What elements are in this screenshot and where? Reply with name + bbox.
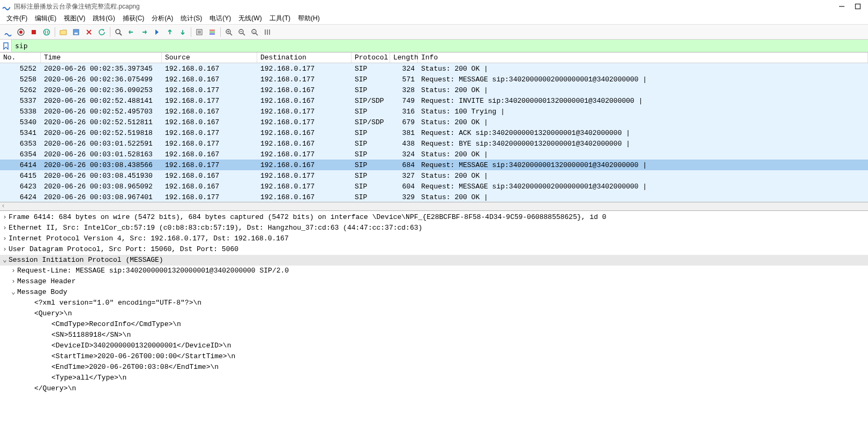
tree-xml-line[interactable]: <Type>all</Type>\n <box>0 373 868 383</box>
tree-frame[interactable]: ›Frame 6414: 684 bytes on wire (5472 bit… <box>0 212 868 223</box>
chevron-right-icon[interactable]: › <box>10 266 17 276</box>
packet-row[interactable]: 63532020-06-26 00:03:01.522591192.168.0.… <box>0 138 868 149</box>
jump-packet-icon[interactable] <box>151 26 163 38</box>
col-header-protocol[interactable]: Protocol <box>351 52 390 63</box>
cell-time: 2020-06-26 00:03:01.528163 <box>41 150 162 158</box>
menu-wireless[interactable]: 无线(W) <box>235 13 265 24</box>
svg-line-11 <box>119 33 122 35</box>
menu-edit[interactable]: 编辑(E) <box>32 13 59 24</box>
packet-row[interactable]: 53402020-06-26 00:02:52.512811192.168.0.… <box>0 117 868 127</box>
next-packet-icon[interactable] <box>138 26 150 38</box>
tree-xml-line[interactable]: <CmdType>RecordInfo</CmdType>\n <box>0 319 868 330</box>
filter-bar <box>0 40 868 52</box>
col-header-info[interactable]: Info <box>418 52 868 63</box>
cell-destination: 192.168.0.167 <box>257 129 351 137</box>
menu-go[interactable]: 跳转(G) <box>89 13 118 24</box>
packet-row[interactable]: 63542020-06-26 00:03:01.528163192.168.0.… <box>0 149 868 160</box>
cell-time: 2020-06-26 00:03:08.967401 <box>41 193 162 201</box>
tree-xml-line[interactable]: <SN>51188918</SN>\n <box>0 330 868 340</box>
tree-request-line[interactable]: ›Request-Line: MESSAGE sip:3402000000132… <box>0 266 868 276</box>
tree-sip[interactable]: ⌄Session Initiation Protocol (MESSAGE) <box>0 255 868 266</box>
tree-ip[interactable]: ›Internet Protocol Version 4, Src: 192.1… <box>0 233 868 244</box>
tree-message-body[interactable]: ⌄Message Body <box>0 287 868 298</box>
packet-details[interactable]: ›Frame 6414: 684 bytes on wire (5472 bit… <box>0 211 868 404</box>
find-icon[interactable] <box>113 26 124 38</box>
start-capture-icon[interactable] <box>2 26 14 38</box>
chevron-right-icon[interactable]: › <box>1 244 9 255</box>
zoom-in-icon[interactable] <box>223 26 235 38</box>
resize-columns-icon[interactable] <box>261 26 273 38</box>
reload-icon[interactable] <box>96 26 108 38</box>
packet-row[interactable]: 64242020-06-26 00:03:08.967401192.168.0.… <box>0 192 868 202</box>
menu-statistics[interactable]: 统计(S) <box>177 13 205 24</box>
filter-bookmark-icon[interactable] <box>0 40 12 52</box>
tree-xml-line[interactable]: <EndTime>2020-06-26T00:03:08</EndTime>\n <box>0 362 868 373</box>
svg-line-22 <box>230 33 232 35</box>
menu-tools[interactable]: 工具(T) <box>266 13 294 24</box>
cell-protocol: SIP <box>351 65 390 73</box>
capture-options-icon[interactable] <box>41 26 53 38</box>
cell-length: 684 <box>390 161 418 169</box>
colorize-icon[interactable] <box>206 26 218 38</box>
packet-row[interactable]: 53412020-06-26 00:02:52.519818192.168.0.… <box>0 127 868 138</box>
packet-row[interactable]: 52582020-06-26 00:02:36.075499192.168.0.… <box>0 74 868 85</box>
menu-file[interactable]: 文件(F) <box>3 13 31 24</box>
chevron-right-icon[interactable]: › <box>1 233 9 244</box>
first-packet-icon[interactable] <box>164 26 176 38</box>
minimize-button[interactable] <box>837 2 847 11</box>
packet-list[interactable]: No. Time Source Destination Protocol Len… <box>0 52 868 202</box>
tree-xml-line[interactable]: </Query>\n <box>0 383 868 394</box>
cell-no: 5341 <box>0 129 41 137</box>
packet-row[interactable]: 52622020-06-26 00:02:36.090253192.168.0.… <box>0 85 868 95</box>
display-filter-input[interactable] <box>12 40 868 52</box>
packet-row[interactable]: 64152020-06-26 00:03:08.451930192.168.0.… <box>0 170 868 181</box>
col-header-destination[interactable]: Destination <box>257 52 351 63</box>
menu-help[interactable]: 帮助(H) <box>295 13 323 24</box>
menu-capture[interactable]: 捕获(C) <box>119 13 148 24</box>
cell-protocol: SIP <box>351 183 390 191</box>
tree-xml-line[interactable]: <?xml version="1.0" encoding="UTF-8"?>\n <box>0 298 868 308</box>
tree-xml-line[interactable]: <DeviceID>34020000001320000001</DeviceID… <box>0 340 868 351</box>
chevron-right-icon[interactable]: › <box>10 276 17 287</box>
packet-row[interactable]: 64232020-06-26 00:03:08.965092192.168.0.… <box>0 181 868 192</box>
open-file-icon[interactable] <box>57 26 69 38</box>
save-file-icon[interactable] <box>70 26 82 38</box>
cell-source: 192.168.0.177 <box>162 129 257 137</box>
tree-xml-line[interactable]: <Query>\n <box>0 308 868 319</box>
menu-view[interactable]: 视图(V) <box>61 13 88 24</box>
menu-telephony[interactable]: 电话(Y) <box>206 13 234 24</box>
restart-capture-icon[interactable] <box>28 26 40 38</box>
col-header-source[interactable]: Source <box>162 52 257 63</box>
col-header-time[interactable]: Time <box>41 52 162 63</box>
packet-row[interactable]: 64142020-06-26 00:03:08.438566192.168.0.… <box>0 160 868 170</box>
col-header-length[interactable]: Length <box>390 52 418 63</box>
cell-destination: 192.168.0.177 <box>257 75 351 84</box>
prev-packet-icon[interactable] <box>125 26 137 38</box>
tree-ethernet[interactable]: ›Ethernet II, Src: IntelCor_cb:57:19 (c0… <box>0 223 868 233</box>
packet-row[interactable]: 52522020-06-26 00:02:35.397345192.168.0.… <box>0 63 868 74</box>
autoscroll-icon[interactable] <box>193 26 205 38</box>
chevron-right-icon[interactable]: › <box>1 212 9 223</box>
zoom-reset-icon[interactable]: 1 <box>249 26 260 38</box>
col-header-no[interactable]: No. <box>0 52 41 63</box>
stop-capture-icon[interactable] <box>15 26 27 38</box>
chevron-down-icon[interactable]: ⌄ <box>1 255 9 266</box>
last-packet-icon[interactable] <box>177 26 189 38</box>
chevron-down-icon[interactable]: ⌄ <box>10 287 17 298</box>
packet-row[interactable]: 53382020-06-26 00:02:52.495703192.168.0.… <box>0 106 868 117</box>
tree-udp[interactable]: ›User Datagram Protocol, Src Port: 15060… <box>0 244 868 255</box>
zoom-out-icon[interactable] <box>236 26 248 38</box>
cell-no: 6353 <box>0 140 41 148</box>
tree-message-header[interactable]: ›Message Header <box>0 276 868 287</box>
cell-length: 604 <box>390 183 418 191</box>
menu-analyze[interactable]: 分析(A) <box>148 13 176 24</box>
cell-info: Status: 200 OK | <box>418 150 868 158</box>
horizontal-scrollbar[interactable] <box>0 202 868 211</box>
maximize-button[interactable] <box>853 2 863 11</box>
tree-xml-line[interactable]: <StartTime>2020-06-26T00:00:00</StartTim… <box>0 351 868 362</box>
svg-text:1: 1 <box>253 30 255 33</box>
packet-row[interactable]: 53372020-06-26 00:02:52.488141192.168.0.… <box>0 95 868 106</box>
chevron-right-icon[interactable]: › <box>1 223 9 233</box>
close-file-icon[interactable] <box>83 26 95 38</box>
cell-length: 329 <box>390 193 418 201</box>
